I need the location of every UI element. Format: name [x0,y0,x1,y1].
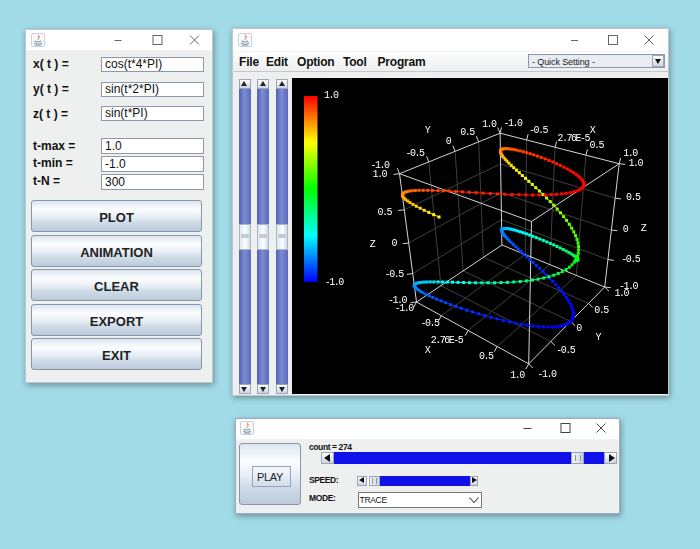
svg-text:-0.5: -0.5 [385,269,405,280]
svg-text:Y: Y [595,332,601,343]
svg-text:Z: Z [641,223,647,234]
svg-text:1.0: 1.0 [628,158,643,169]
svg-text:-0.5: -0.5 [420,318,440,329]
svg-text:0.5: 0.5 [589,140,604,151]
svg-text:1.0: 1.0 [372,169,387,180]
svg-text:1.0: 1.0 [324,90,339,101]
svg-text:-1.0: -1.0 [325,277,345,288]
svg-text:1.0: 1.0 [510,370,525,381]
svg-text:1.0: 1.0 [482,119,497,130]
svg-text:1.0: 1.0 [615,288,630,299]
svg-text:-0.5: -0.5 [529,125,549,136]
svg-text:0.5: 0.5 [460,127,475,138]
svg-text:-1.0: -1.0 [538,369,558,380]
svg-text:-0.5: -0.5 [556,345,576,356]
svg-text:X: X [590,125,596,136]
svg-text:Z: Z [370,239,376,250]
svg-text:0: 0 [623,224,629,235]
svg-text:X: X [425,345,431,356]
svg-text:0.5: 0.5 [378,207,393,218]
svg-text:0: 0 [446,136,452,147]
svg-text:2.76E-5: 2.76E-5 [557,133,590,144]
svg-text:-0.5: -0.5 [621,254,641,265]
svg-text:-1.0: -1.0 [395,303,415,314]
svg-text:-0.5: -0.5 [405,148,425,159]
svg-text:0: 0 [576,323,582,334]
svg-text:0.5: 0.5 [479,351,494,362]
svg-text:0: 0 [391,238,397,249]
svg-text:-1.0: -1.0 [503,118,523,129]
svg-text:Y: Y [425,125,431,136]
svg-text:2.76E-5: 2.76E-5 [431,335,464,346]
svg-text:0.5: 0.5 [626,192,641,203]
svg-text:0.5: 0.5 [594,305,609,316]
